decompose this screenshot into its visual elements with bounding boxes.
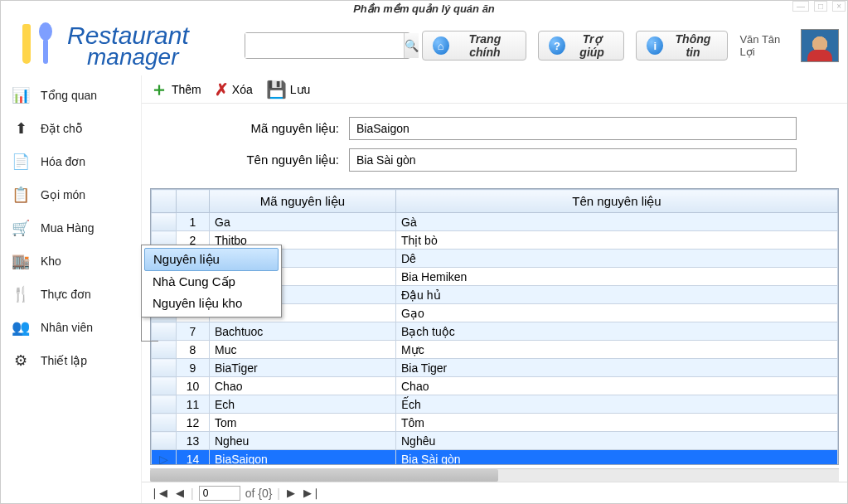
table-row[interactable]: 13NgheuNghêu [152, 432, 838, 450]
table-row[interactable]: 12TomTôm [152, 414, 838, 432]
submenu-item[interactable]: Nguyên liệu [144, 248, 279, 271]
sidebar-item-menu[interactable]: 🍴Thực đơn [1, 278, 141, 311]
info-icon: i [647, 36, 663, 55]
row-marker: ▷ [152, 450, 177, 466]
pager-last[interactable]: ▶❘ [302, 485, 322, 501]
submenu-item[interactable]: Nhà Cung Cấp [144, 271, 279, 293]
staff-icon: 👥 [9, 317, 32, 337]
cell-name[interactable]: Dê [396, 250, 838, 268]
delete-label: Xóa [232, 83, 253, 96]
delete-button[interactable]: ✗ Xóa [215, 80, 253, 99]
minimize-icon[interactable]: — [792, 1, 809, 12]
menu-icon: 🍴 [9, 284, 32, 304]
toolbar: ＋ Thêm ✗ Xóa 💾 Lưu [142, 75, 847, 104]
row-marker [152, 213, 177, 231]
sidebar-item-overview[interactable]: 📊Tổng quan [1, 79, 141, 112]
pager-prev[interactable]: ◀ [174, 485, 186, 501]
overview-icon: 📊 [9, 85, 32, 105]
cell-code[interactable]: BiaSaigon [210, 450, 396, 466]
name-input[interactable] [349, 148, 797, 172]
data-grid[interactable]: Mã nguyên liệu Tên nguyên liệu 1GaGà2Thi… [150, 188, 839, 465]
info-label: Thông tin [668, 32, 717, 59]
sidebar-item-warehouse[interactable]: 🏬Kho [1, 245, 141, 278]
cell-code[interactable]: Ngheu [210, 432, 396, 450]
grid-header-name[interactable]: Tên nguyên liệu [396, 190, 838, 213]
settings-icon: ⚙ [9, 351, 32, 371]
cell-code[interactable]: Ech [210, 395, 396, 414]
avatar[interactable] [801, 29, 839, 62]
cell-name[interactable]: Đậu hủ [396, 286, 838, 304]
home-button[interactable]: ⌂ Trang chính [422, 31, 526, 61]
search-button[interactable]: 🔍 [404, 33, 419, 58]
maximize-icon[interactable]: □ [814, 1, 827, 12]
pager-next[interactable]: ▶ [285, 485, 297, 501]
search-input[interactable] [245, 33, 404, 58]
pager-first[interactable]: ❘◀ [148, 485, 169, 501]
add-button[interactable]: ＋ Thêm [150, 77, 201, 102]
cell-name[interactable]: Bia Hemiken [396, 268, 838, 286]
cell-code[interactable]: Muc [210, 341, 396, 359]
row-marker [152, 341, 177, 359]
cell-code[interactable]: Bachtuoc [210, 322, 396, 341]
reserve-icon: ⬆ [9, 119, 32, 138]
cell-name[interactable]: Bạch tuộc [396, 322, 838, 341]
code-input[interactable] [349, 117, 797, 140]
cell-name[interactable]: Mực [396, 341, 838, 359]
cell-name[interactable]: Chao [396, 377, 838, 395]
cell-name[interactable]: Bia Sài gòn [396, 450, 838, 466]
sidebar: 📊Tổng quan⬆Đặt chỗ📄Hóa đơn📋Gọi món🛒Mua H… [1, 75, 142, 503]
window-title: Phần mềm quản lý quán ăn [353, 2, 495, 15]
kho-submenu: Nguyên liệuNhà Cung CấpNguyên liệu kho [141, 245, 282, 317]
submenu-item[interactable]: Nguyên liệu kho [144, 293, 279, 314]
grid-header-code[interactable]: Mã nguyên liệu [210, 190, 396, 213]
sidebar-item-order[interactable]: 📋Gọi món [1, 178, 141, 211]
cell-code[interactable]: Tom [210, 414, 396, 432]
table-row[interactable]: 1GaGà [152, 213, 838, 231]
cell-name[interactable]: Nghêu [396, 432, 838, 450]
cell-name[interactable]: Ếch [396, 395, 838, 414]
row-number: 14 [177, 450, 210, 466]
help-button[interactable]: ? Trợ giúp [538, 31, 624, 61]
cell-name[interactable]: Bia Tiger [396, 359, 838, 377]
row-number: 10 [177, 377, 210, 395]
info-button[interactable]: i Thông tin [636, 31, 728, 61]
sidebar-item-reserve[interactable]: ⬆Đặt chỗ [1, 112, 141, 145]
warehouse-icon: 🏬 [9, 251, 32, 271]
table-row[interactable]: 10ChaoChao [152, 377, 838, 395]
sidebar-item-cart[interactable]: 🛒Mua Hàng [1, 211, 141, 245]
sidebar-item-label: Thiết lập [41, 354, 87, 367]
sidebar-item-settings[interactable]: ⚙Thiết lập [1, 344, 141, 377]
search-box[interactable]: 🔍 [245, 32, 410, 59]
delete-icon: ✗ [215, 80, 229, 99]
sidebar-item-label: Đặt chỗ [41, 122, 83, 135]
cell-name[interactable]: Gà [396, 213, 838, 231]
code-label: Mã nguyên liệu: [208, 121, 349, 136]
search-icon: 🔍 [405, 39, 419, 52]
pager-current[interactable] [199, 486, 240, 501]
cell-code[interactable]: BiaTiger [210, 359, 396, 377]
save-button[interactable]: 💾 Lưu [266, 80, 311, 99]
table-row[interactable]: 7BachtuocBạch tuộc [152, 322, 838, 341]
close-icon[interactable]: × [832, 1, 846, 12]
cell-name[interactable]: Tôm [396, 414, 838, 432]
table-row[interactable]: 11EchẾch [152, 395, 838, 414]
cell-code[interactable]: Chao [210, 377, 396, 395]
sidebar-item-label: Gọi món [41, 188, 85, 201]
sidebar-item-label: Thực đơn [41, 288, 91, 301]
horizontal-scrollbar[interactable] [150, 468, 839, 482]
table-row[interactable]: 8MucMực [152, 341, 838, 359]
row-number: 1 [177, 213, 210, 231]
table-row[interactable]: ▷14BiaSaigonBia Sài gòn [152, 450, 838, 466]
logo-icon [9, 21, 67, 70]
header: Restaurant manager 🔍 ⌂ Trang chính ? Trợ… [1, 16, 847, 75]
cell-name[interactable]: Thịt bò [396, 231, 838, 250]
window-controls: — □ × [792, 1, 846, 12]
cell-name[interactable]: Gạo [396, 304, 838, 322]
row-number: 7 [177, 322, 210, 341]
table-row[interactable]: 9BiaTigerBia Tiger [152, 359, 838, 377]
sidebar-item-invoice[interactable]: 📄Hóa đơn [1, 145, 141, 178]
home-label: Trang chính [454, 32, 516, 59]
cell-code[interactable]: Ga [210, 213, 396, 231]
add-label: Thêm [172, 83, 201, 96]
sidebar-item-staff[interactable]: 👥Nhân viên [1, 311, 141, 344]
